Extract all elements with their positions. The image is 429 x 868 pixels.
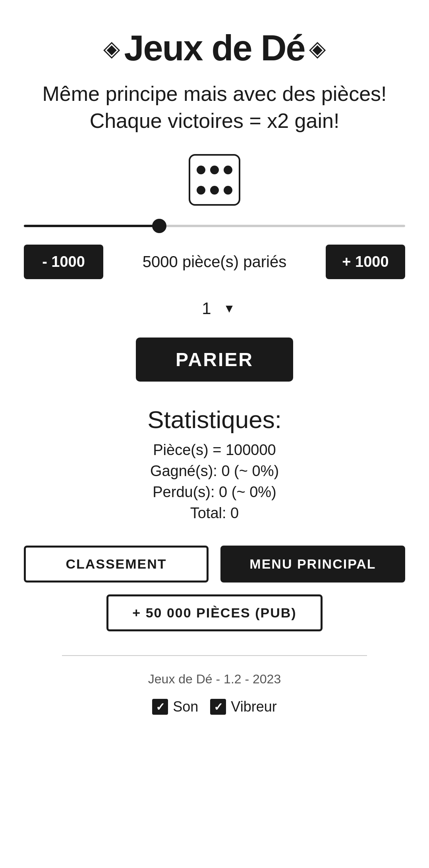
son-label: Son — [173, 698, 198, 715]
vibreur-checkbox-wrapper: ✓ Vibreur — [210, 698, 276, 715]
dice-icon-right: ◈ — [309, 36, 326, 61]
stats-perdu: Perdu(s): 0 (~ 0%) — [153, 484, 276, 501]
subtitle: Même principe mais avec des pièces! Chaq… — [24, 81, 405, 134]
title-row: ◈ Jeux de Dé ◈ — [103, 28, 325, 69]
divider — [62, 655, 367, 656]
vibreur-checkbox[interactable]: ✓ — [210, 699, 226, 715]
vibreur-label: Vibreur — [231, 698, 276, 715]
multiplier-container: 1 2 3 4 5 ▼ — [194, 295, 235, 322]
dot-4 — [197, 186, 205, 195]
multiplier-select[interactable]: 1 2 3 4 5 — [194, 295, 219, 322]
bet-slider[interactable] — [24, 225, 405, 227]
dot-1 — [197, 166, 205, 174]
app-title: Jeux de Dé — [124, 28, 305, 69]
stats-gagne: Gagné(s): 0 (~ 0%) — [150, 463, 279, 480]
son-check-icon: ✓ — [156, 700, 165, 714]
slider-container — [24, 222, 405, 229]
stats-section: Statistiques: Pièce(s) = 100000 Gagné(s)… — [24, 405, 405, 526]
minus-button[interactable]: - 1000 — [24, 245, 103, 279]
vibreur-check-icon: ✓ — [214, 700, 223, 714]
stats-total: Total: 0 — [190, 505, 239, 522]
settings-row: ✓ Son ✓ Vibreur — [152, 698, 276, 715]
chevron-down-icon: ▼ — [223, 302, 235, 315]
son-checkbox-wrapper: ✓ Son — [152, 698, 198, 715]
stats-title: Statistiques: — [147, 405, 282, 434]
dice-display — [189, 154, 240, 206]
stats-pieces: Pièce(s) = 100000 — [153, 442, 276, 459]
dot-3 — [224, 166, 232, 174]
pub-button[interactable]: + 50 000 PIÈCES (PUB) — [106, 594, 322, 631]
bet-row: - 1000 5000 pièce(s) pariés + 1000 — [24, 245, 405, 279]
menu-principal-button[interactable]: MENU PRINCIPAL — [220, 546, 405, 583]
son-checkbox[interactable]: ✓ — [152, 699, 168, 715]
dot-2 — [210, 166, 219, 174]
action-buttons-row: CLASSEMENT MENU PRINCIPAL — [24, 546, 405, 583]
dot-6 — [224, 186, 232, 195]
plus-button[interactable]: + 1000 — [326, 245, 405, 279]
classement-button[interactable]: CLASSEMENT — [24, 546, 209, 583]
dot-5 — [210, 186, 219, 195]
bet-amount-text: 5000 pièce(s) pariés — [111, 253, 318, 271]
version-text: Jeux de Dé - 1.2 - 2023 — [148, 672, 281, 687]
dice-icon-left: ◈ — [103, 36, 120, 61]
parier-button[interactable]: PARIER — [136, 338, 293, 382]
